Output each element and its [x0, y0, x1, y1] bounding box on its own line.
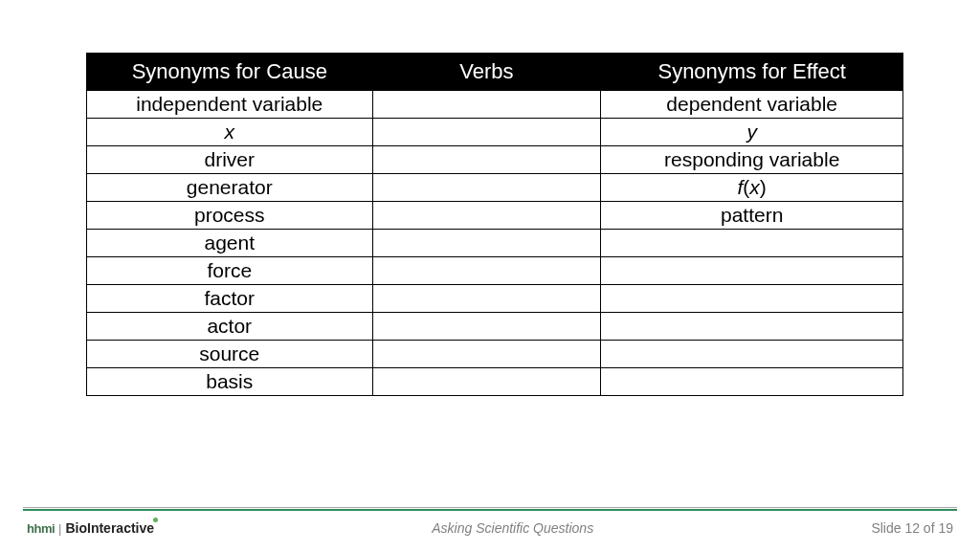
table-row: xy	[87, 119, 903, 146]
table-row: factor	[87, 285, 903, 313]
cell-verbs	[372, 146, 601, 174]
table-row: independent variabledependent variable	[87, 91, 903, 119]
cell-cause: actor	[87, 313, 373, 341]
cell-verbs	[372, 119, 601, 146]
cell-cause: independent variable	[87, 91, 373, 119]
cell-effect	[601, 230, 903, 257]
cell-cause: basis	[87, 368, 373, 396]
cell-effect: f(x)	[601, 174, 903, 202]
table-row: driverresponding variable	[87, 146, 903, 174]
cell-effect: responding variable	[601, 146, 903, 174]
table-header-row: Synonyms for Cause Verbs Synonyms for Ef…	[87, 54, 903, 91]
table-row: basis	[87, 368, 903, 396]
slide-footer: hhmi | BioInteractive Asking Scientific …	[0, 507, 980, 551]
table-row: force	[87, 257, 903, 285]
cell-cause: source	[87, 341, 373, 368]
logo-hhmi-text: hhmi	[27, 521, 55, 536]
cell-cause: x	[87, 119, 373, 146]
cell-effect	[601, 368, 903, 396]
cell-cause: driver	[87, 146, 373, 174]
cell-effect: pattern	[601, 202, 903, 230]
brand-logo: hhmi | BioInteractive	[27, 520, 154, 536]
cell-verbs	[372, 341, 601, 368]
table-row: generatorf(x)	[87, 174, 903, 202]
header-cause: Synonyms for Cause	[87, 54, 373, 91]
cell-effect	[601, 313, 903, 341]
synonyms-table: Synonyms for Cause Verbs Synonyms for Ef…	[86, 53, 903, 396]
cell-effect	[601, 257, 903, 285]
cell-verbs	[372, 257, 601, 285]
slide-content: Synonyms for Cause Verbs Synonyms for Ef…	[0, 0, 980, 396]
cell-cause: agent	[87, 230, 373, 257]
table-row: processpattern	[87, 202, 903, 230]
footer-bar: hhmi | BioInteractive Asking Scientific …	[0, 511, 980, 536]
cell-effect: dependent variable	[601, 91, 903, 119]
cell-cause: process	[87, 202, 373, 230]
logo-separator: |	[58, 521, 61, 536]
cell-effect	[601, 341, 903, 368]
logo-biointeractive-text: BioInteractive	[65, 520, 154, 536]
header-verbs: Verbs	[372, 54, 601, 91]
cell-effect	[601, 285, 903, 313]
cell-verbs	[372, 91, 601, 119]
table-row: actor	[87, 313, 903, 341]
cell-verbs	[372, 202, 601, 230]
cell-verbs	[372, 368, 601, 396]
cell-verbs	[372, 285, 601, 313]
cell-verbs	[372, 174, 601, 202]
cell-cause: factor	[87, 285, 373, 313]
cell-cause: force	[87, 257, 373, 285]
footer-title: Asking Scientific Questions	[154, 520, 871, 536]
table-row: source	[87, 341, 903, 368]
cell-effect: y	[601, 119, 903, 146]
cell-cause: generator	[87, 174, 373, 202]
table-row: agent	[87, 230, 903, 257]
cell-verbs	[372, 313, 601, 341]
footer-page-number: Slide 12 of 19	[871, 520, 953, 536]
header-effect: Synonyms for Effect	[601, 54, 903, 91]
cell-verbs	[372, 230, 601, 257]
